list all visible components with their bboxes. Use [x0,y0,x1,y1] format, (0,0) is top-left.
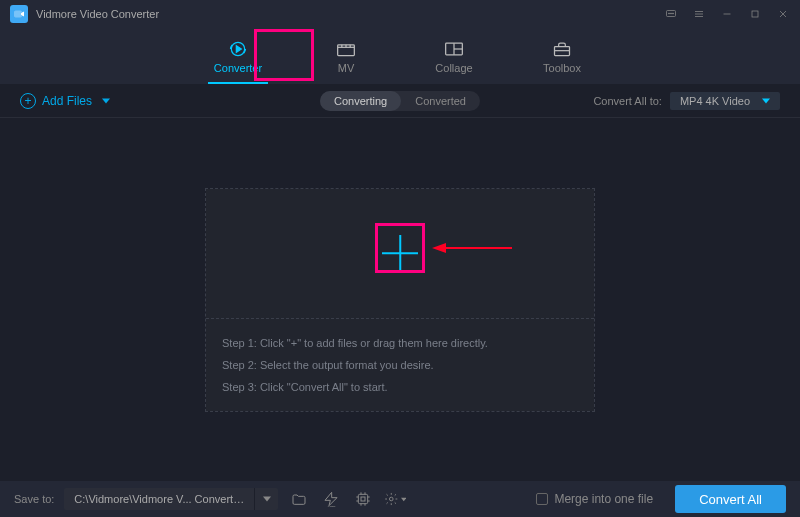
maximize-icon[interactable] [748,7,762,21]
dropzone[interactable]: Step 1: Click "+" to add files or drag t… [205,188,595,412]
add-files-button[interactable]: + Add Files [20,93,110,109]
hint-step: Step 2: Select the output format you des… [222,359,578,371]
segment-converted[interactable]: Converted [401,91,480,111]
collage-icon [444,40,464,58]
menu-icon[interactable] [692,7,706,21]
tab-label: Toolbox [543,62,581,74]
status-segment: Converting Converted [320,91,480,111]
merge-checkbox[interactable]: Merge into one file [536,492,653,506]
svg-point-4 [671,13,672,14]
settings-icon[interactable] [384,488,406,510]
plus-circle-icon: + [20,93,36,109]
tab-toolbox[interactable]: Toolbox [532,36,592,84]
svg-point-42 [390,497,394,501]
svg-marker-30 [325,492,337,505]
svg-text:OFF: OFF [327,506,336,507]
svg-marker-25 [102,98,110,103]
window-controls [664,7,790,21]
tab-collage[interactable]: Collage [424,36,484,84]
app-title: Vidmore Video Converter [36,8,159,20]
tab-label: MV [338,62,355,74]
convert-all-to-label: Convert All to: [593,95,661,107]
svg-rect-33 [361,497,365,501]
dropzone-hints: Step 1: Click "+" to add files or drag t… [206,319,594,411]
tab-label: Collage [435,62,472,74]
output-format-value: MP4 4K Video [680,95,750,107]
toolbox-icon [552,40,572,58]
convert-all-to: Convert All to: MP4 4K Video [593,92,780,110]
close-icon[interactable] [776,7,790,21]
svg-marker-29 [263,497,271,502]
chevron-down-icon[interactable] [254,488,278,510]
title-bar: Vidmore Video Converter [0,0,800,28]
tab-label: Converter [214,62,262,74]
segment-converting[interactable]: Converting [320,91,401,111]
save-path-value: C:\Vidmore\Vidmore V... Converter\Conver… [64,493,254,505]
chevron-down-icon [102,98,110,104]
svg-marker-14 [236,46,241,53]
dropzone-target[interactable] [206,189,594,319]
main-tabs: Converter MV Collage Toolbox [0,28,800,84]
chevron-down-icon [762,98,770,104]
svg-marker-43 [401,497,406,500]
merge-label: Merge into one file [554,492,653,506]
open-folder-icon[interactable] [288,488,310,510]
svg-rect-32 [359,494,368,503]
hardware-accel-icon[interactable]: OFF [320,488,342,510]
svg-point-5 [673,13,674,14]
minimize-icon[interactable] [720,7,734,21]
convert-all-button[interactable]: Convert All [675,485,786,513]
svg-marker-26 [762,98,770,103]
main-area: Step 1: Click "+" to add files or drag t… [0,118,800,481]
add-files-label: Add Files [42,94,92,108]
app-logo [10,5,28,23]
bottom-bar: Save to: C:\Vidmore\Vidmore V... Convert… [0,481,800,517]
hint-step: Step 3: Click "Convert All" to start. [222,381,578,393]
output-format-select[interactable]: MP4 4K Video [670,92,780,110]
hint-step: Step 1: Click "+" to add files or drag t… [222,337,578,349]
tab-converter[interactable]: Converter [208,36,268,84]
converter-icon [228,40,248,58]
svg-rect-10 [752,11,758,17]
svg-point-3 [669,13,670,14]
plus-icon[interactable] [380,233,420,273]
mv-icon [336,40,356,58]
save-to-label: Save to: [14,493,54,505]
checkbox-icon [536,493,548,505]
sub-toolbar: + Add Files Converting Converted Convert… [0,84,800,118]
tab-mv[interactable]: MV [316,36,376,84]
feedback-icon[interactable] [664,7,678,21]
save-path-select[interactable]: C:\Vidmore\Vidmore V... Converter\Conver… [64,488,278,510]
gpu-icon[interactable] [352,488,374,510]
